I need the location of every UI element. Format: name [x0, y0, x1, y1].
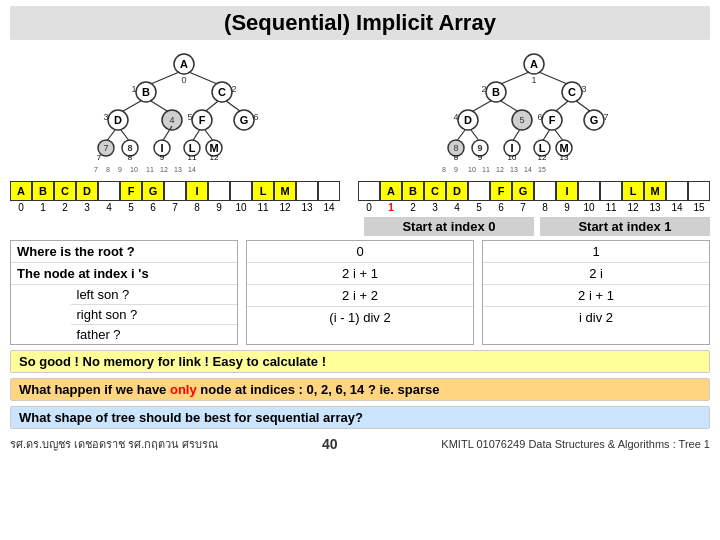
svg-text:9: 9 — [477, 143, 482, 153]
svg-text:G: G — [240, 114, 249, 126]
cell1-14 — [666, 181, 688, 201]
q-left: left son ? — [71, 285, 238, 305]
svg-text:10: 10 — [508, 153, 517, 162]
svg-text:B: B — [142, 86, 150, 98]
svg-text:12: 12 — [210, 153, 219, 162]
svg-text:9: 9 — [118, 166, 122, 173]
array0-container: A B C D F G I L M 0 — [10, 181, 348, 213]
svg-text:D: D — [114, 114, 122, 126]
footer-center: 40 — [322, 436, 338, 452]
row-root-q: Where is the root ? — [11, 241, 237, 263]
q-right: right son ? — [71, 305, 238, 325]
cell-9 — [208, 181, 230, 201]
ans0-father-row: (i - 1) div 2 — [247, 307, 473, 329]
svg-text:A: A — [180, 58, 188, 70]
q-father: father ? — [71, 325, 238, 345]
svg-text:7: 7 — [103, 143, 108, 153]
tree0-container: A 0 B 1 C 2 D 3 4 F 5 — [10, 46, 348, 213]
qa-section: Where is the root ? The node at index i … — [10, 240, 710, 345]
cell-C: C — [54, 181, 76, 201]
cell1-A: A — [380, 181, 402, 201]
svg-text:C: C — [218, 86, 226, 98]
cell1-0 — [358, 181, 380, 201]
cell-10 — [230, 181, 252, 201]
svg-text:11: 11 — [482, 166, 490, 173]
cell-D: D — [76, 181, 98, 201]
cell1-F: F — [490, 181, 512, 201]
row-node-q: The node at index i 's — [11, 263, 237, 285]
svg-text:2: 2 — [481, 84, 486, 94]
cell1-11 — [600, 181, 622, 201]
notice1-bar: So good ! No memory for link ! Easy to c… — [10, 350, 710, 373]
answers1-block: 1 2 i 2 i + 1 i div 2 — [482, 240, 710, 345]
questions-block: Where is the root ? The node at index i … — [10, 240, 238, 345]
svg-text:13: 13 — [510, 166, 518, 173]
cell-B: B — [32, 181, 54, 201]
svg-text:8: 8 — [442, 166, 446, 173]
cell-F: F — [120, 181, 142, 201]
svg-text:0: 0 — [181, 75, 186, 85]
svg-text:5: 5 — [519, 115, 524, 125]
svg-text:2: 2 — [231, 84, 236, 94]
notice2-only: only — [170, 382, 197, 397]
ans0-father: (i - 1) div 2 — [247, 307, 473, 329]
array1-indices: 0 1 2 3 4 5 6 7 8 9 10 11 12 13 14 15 — [358, 202, 710, 213]
cell-13 — [296, 181, 318, 201]
start1-label: Start at index 1 — [540, 217, 710, 236]
svg-text:3: 3 — [103, 112, 108, 122]
cell1-L: L — [622, 181, 644, 201]
cell1-15 — [688, 181, 710, 201]
svg-text:14: 14 — [524, 166, 532, 173]
svg-text:9: 9 — [160, 153, 165, 162]
footer-right: KMITL 01076249 Data Structures & Algorit… — [441, 438, 710, 450]
row-right: right son ? — [11, 305, 237, 325]
array0-cells: A B C D F G I L M — [10, 181, 348, 201]
ans1-right-row: 2 i + 1 — [483, 285, 709, 307]
top-section: A 0 B 1 C 2 D 3 4 F 5 — [10, 46, 710, 213]
cell1-10 — [578, 181, 600, 201]
cell1-C: C — [424, 181, 446, 201]
tree1-container: A 1 B 2 C 3 D 4 5 F 6 — [358, 46, 710, 213]
ans1-root-row: 1 — [483, 241, 709, 263]
q-node: The node at index i 's — [11, 263, 237, 285]
tree0-svg: A 0 B 1 C 2 D 3 4 F 5 — [10, 46, 348, 176]
cell-8: I — [186, 181, 208, 201]
svg-text:B: B — [492, 86, 500, 98]
svg-text:F: F — [199, 114, 206, 126]
svg-text:A: A — [530, 58, 538, 70]
svg-text:F: F — [549, 114, 556, 126]
footer-author1: รศ.ดร.บญชร — [10, 438, 71, 450]
answers1-table: 1 2 i 2 i + 1 i div 2 — [483, 241, 709, 328]
page-title: (Sequential) Implicit Array — [10, 6, 710, 40]
cell1-I: I — [556, 181, 578, 201]
cell-7 — [164, 181, 186, 201]
questions-table: Where is the root ? The node at index i … — [11, 241, 237, 344]
tree1-svg: A 1 B 2 C 3 D 4 5 F 6 — [358, 46, 710, 176]
ans0-root-row: 0 — [247, 241, 473, 263]
svg-text:13: 13 — [560, 153, 569, 162]
svg-text:7: 7 — [94, 166, 98, 173]
footer-author2: เดชอดราช — [74, 438, 125, 450]
ans0-right-row: 2 i + 2 — [247, 285, 473, 307]
q-root: Where is the root ? — [11, 241, 237, 263]
svg-text:9: 9 — [478, 153, 483, 162]
answers0-block: 0 2 i + 1 2 i + 2 (i - 1) div 2 — [246, 240, 474, 345]
svg-text:4: 4 — [453, 112, 458, 122]
answers0-table: 0 2 i + 1 2 i + 2 (i - 1) div 2 — [247, 241, 473, 328]
svg-text:8: 8 — [127, 143, 132, 153]
footer-page: 40 — [322, 436, 338, 452]
svg-text:9: 9 — [454, 166, 458, 173]
ans1-left-row: 2 i — [483, 263, 709, 285]
svg-text:10: 10 — [130, 166, 138, 173]
notice2-bar: What happen if we have only node at indi… — [10, 378, 710, 401]
svg-text:12: 12 — [538, 153, 547, 162]
ans1-left: 2 i — [483, 263, 709, 285]
ans0-left: 2 i + 1 — [247, 263, 473, 285]
cell-12: M — [274, 181, 296, 201]
array1-cells: A B C D F G I L M — [358, 181, 710, 201]
cell1-G: G — [512, 181, 534, 201]
svg-text:6: 6 — [537, 112, 542, 122]
svg-text:10: 10 — [468, 166, 476, 173]
svg-text:12: 12 — [496, 166, 504, 173]
svg-text:7: 7 — [603, 112, 608, 122]
